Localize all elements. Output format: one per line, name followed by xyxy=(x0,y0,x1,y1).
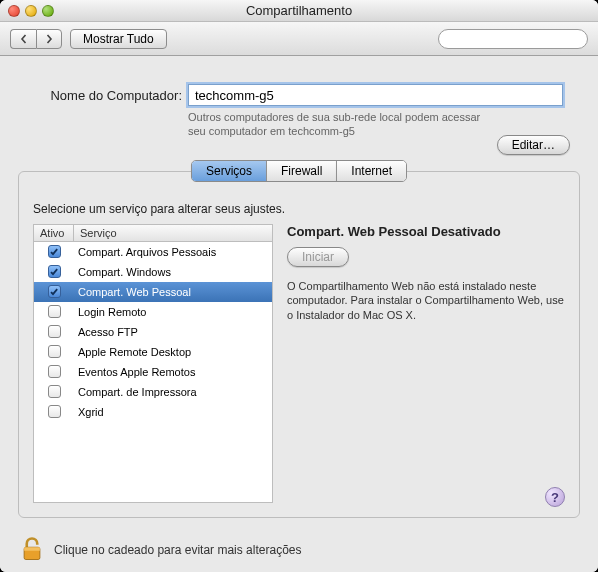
forward-button[interactable] xyxy=(36,29,62,49)
service-checkbox[interactable] xyxy=(48,405,61,418)
detail-heading: Compart. Web Pessoal Desativado xyxy=(287,224,565,239)
services-list: Ativo Serviço Compart. Arquivos Pessoais… xyxy=(33,224,273,503)
computer-name-row: Nome do Computador: Outros computadores … xyxy=(0,56,598,139)
list-header: Ativo Serviço xyxy=(34,225,272,242)
service-name: Compart. Arquivos Pessoais xyxy=(74,246,272,258)
list-item[interactable]: Compart. Arquivos Pessoais xyxy=(34,242,272,262)
list-item[interactable]: Login Remoto xyxy=(34,302,272,322)
window-title: Compartilhamento xyxy=(0,3,598,18)
start-button[interactable]: Iniciar xyxy=(287,247,349,267)
sharing-window: Compartilhamento Mostrar Tudo Nome do Co… xyxy=(0,0,598,572)
service-name: Compart. Web Pessoal xyxy=(74,286,272,298)
close-icon[interactable] xyxy=(8,5,20,17)
service-name: Eventos Apple Remotos xyxy=(74,366,272,378)
traffic-lights xyxy=(0,5,54,17)
detail-body: O Compartilhamento Web não está instalad… xyxy=(287,279,565,324)
chevron-left-icon xyxy=(19,34,29,44)
list-item[interactable]: Xgrid xyxy=(34,402,272,422)
lock-bar: Clique no cadeado para evitar mais alter… xyxy=(0,528,598,572)
content-area: Nome do Computador: Outros computadores … xyxy=(0,56,598,572)
column-header-active[interactable]: Ativo xyxy=(34,225,74,241)
chevron-right-icon xyxy=(44,34,54,44)
nav-buttons xyxy=(10,29,62,49)
instruction-text: Selecione um serviço para alterar seus a… xyxy=(33,202,565,216)
service-name: Acesso FTP xyxy=(74,326,272,338)
service-checkbox[interactable] xyxy=(48,365,61,378)
computer-name-input[interactable] xyxy=(188,84,563,106)
tab-bar: Serviços Firewall Internet xyxy=(191,160,407,182)
minimize-icon[interactable] xyxy=(25,5,37,17)
list-item[interactable]: Compart. Windows xyxy=(34,262,272,282)
svg-rect-3 xyxy=(24,547,40,551)
list-item[interactable]: Apple Remote Desktop xyxy=(34,342,272,362)
service-checkbox[interactable] xyxy=(48,245,61,258)
service-checkbox[interactable] xyxy=(48,345,61,358)
tab-firewall[interactable]: Firewall xyxy=(267,161,337,181)
toolbar: Mostrar Tudo xyxy=(0,22,598,56)
service-name: Xgrid xyxy=(74,406,272,418)
list-item[interactable]: Compart. de Impressora xyxy=(34,382,272,402)
service-checkbox[interactable] xyxy=(48,265,61,278)
service-detail: Compart. Web Pessoal Desativado Iniciar … xyxy=(287,224,565,503)
list-body: Compart. Arquivos PessoaisCompart. Windo… xyxy=(34,242,272,502)
search-input[interactable] xyxy=(449,33,587,45)
service-checkbox[interactable] xyxy=(48,325,61,338)
search-field[interactable] xyxy=(438,29,588,49)
service-checkbox[interactable] xyxy=(48,385,61,398)
service-name: Apple Remote Desktop xyxy=(74,346,272,358)
list-item[interactable]: Eventos Apple Remotos xyxy=(34,362,272,382)
lock-icon[interactable] xyxy=(18,535,46,566)
service-name: Compart. de Impressora xyxy=(74,386,272,398)
lock-text: Clique no cadeado para evitar mais alter… xyxy=(54,543,301,557)
service-name: Login Remoto xyxy=(74,306,272,318)
tab-services[interactable]: Serviços xyxy=(192,161,267,181)
service-checkbox[interactable] xyxy=(48,305,61,318)
column-header-service[interactable]: Serviço xyxy=(74,225,272,241)
titlebar: Compartilhamento xyxy=(0,0,598,22)
computer-name-label: Nome do Computador: xyxy=(20,84,182,103)
service-checkbox[interactable] xyxy=(48,285,61,298)
list-item[interactable]: Acesso FTP xyxy=(34,322,272,342)
back-button[interactable] xyxy=(10,29,36,49)
edit-button[interactable]: Editar… xyxy=(497,135,570,155)
tab-internet[interactable]: Internet xyxy=(337,161,406,181)
zoom-icon[interactable] xyxy=(42,5,54,17)
service-name: Compart. Windows xyxy=(74,266,272,278)
list-item[interactable]: Compart. Web Pessoal xyxy=(34,282,272,302)
show-all-button[interactable]: Mostrar Tudo xyxy=(70,29,167,49)
services-group: Serviços Firewall Internet Selecione um … xyxy=(18,171,580,518)
help-button[interactable]: ? xyxy=(545,487,565,507)
